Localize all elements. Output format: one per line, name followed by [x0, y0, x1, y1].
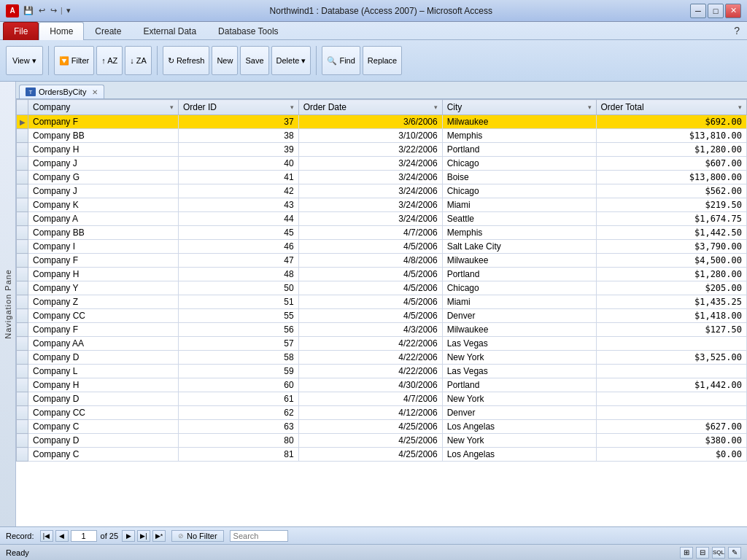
table-row[interactable]: Company CC624/12/2006Denver	[17, 406, 747, 420]
table-row[interactable]: Company Y504/5/2006Chicago$205.00	[17, 281, 747, 295]
close-button[interactable]: ✕	[725, 4, 741, 18]
table-container[interactable]: Company ▾ Order ID ▾ Ord	[16, 99, 747, 526]
view-btn[interactable]: View ▾	[6, 46, 43, 75]
cell-city: New York	[442, 434, 596, 448]
tab-home[interactable]: Home	[39, 22, 84, 40]
table-row[interactable]: Company D614/7/2006New York	[17, 392, 747, 406]
table-row[interactable]: Company Z514/5/2006Miami$1,435.25	[17, 295, 747, 309]
cell-order-id: 41	[178, 171, 298, 184]
datasheet-view-icon[interactable]: ⊞	[680, 547, 693, 559]
navigation-pane-toggle[interactable]: Navigation Pane	[0, 82, 16, 526]
find-btn[interactable]: 🔍 Find	[322, 46, 360, 75]
save-btn[interactable]: Save	[240, 46, 268, 75]
cell-city: New York	[442, 392, 596, 406]
col-header-order-id[interactable]: Order ID ▾	[178, 100, 298, 115]
nav-new-btn[interactable]: ▶*	[152, 530, 166, 542]
undo-btn[interactable]: ↩	[37, 4, 47, 17]
table-row[interactable]: Company F474/8/2006Milwaukee$4,500.00	[17, 254, 747, 268]
cell-order-id: 58	[178, 351, 298, 365]
col-header-company[interactable]: Company ▾	[28, 100, 179, 115]
maximize-button[interactable]: □	[708, 4, 724, 18]
cell-order-total: $1,418.00	[596, 309, 747, 323]
tab-file[interactable]: File	[3, 22, 39, 40]
customize-btn[interactable]: ▾	[65, 4, 72, 17]
design-view-icon[interactable]: ✎	[728, 547, 741, 559]
col-header-order-total[interactable]: Order Total ▾	[596, 100, 747, 115]
cell-order-date: 3/24/2006	[298, 157, 442, 171]
tab-bar: T OrdersByCity ✕	[16, 82, 747, 99]
cell-company: Company F	[28, 115, 179, 129]
table-row[interactable]: Company D584/22/2006New York$3,525.00	[17, 351, 747, 365]
cell-order-total: $1,674.75	[596, 212, 747, 226]
table-row[interactable]: Company BB454/7/2006Memphis$1,442.50	[17, 226, 747, 240]
cell-order-date: 3/24/2006	[298, 171, 442, 184]
table-row[interactable]: Company CC554/5/2006Denver$1,418.00	[17, 309, 747, 323]
table-row[interactable]: Company F564/3/2006Milwaukee$127.50	[17, 323, 747, 337]
table-row[interactable]: Company H604/30/2006Portland$1,442.00	[17, 378, 747, 392]
nav-next-btn[interactable]: ▶	[122, 530, 135, 542]
row-indicator-cell	[17, 406, 28, 420]
table-row[interactable]: Company L594/22/2006Las Vegas	[17, 365, 747, 378]
replace-btn[interactable]: Replace	[363, 46, 402, 75]
sql-icon[interactable]: SQL	[712, 547, 725, 559]
table-row[interactable]: Company J423/24/2006Chicago$562.00	[17, 184, 747, 198]
delete-btn[interactable]: Delete ▾	[271, 46, 311, 75]
pivot-table-icon[interactable]: ⊟	[696, 547, 709, 559]
sort-desc-btn[interactable]: ↓ ZA	[125, 46, 152, 75]
sort-asc-btn[interactable]: ↑ AZ	[96, 46, 123, 75]
cell-city: Seattle	[442, 212, 596, 226]
cell-order-date: 4/7/2006	[298, 226, 442, 240]
table-row[interactable]: Company K433/24/2006Miami$219.50	[17, 198, 747, 212]
row-indicator-cell	[17, 129, 28, 143]
tab-external-data[interactable]: External Data	[132, 22, 207, 40]
table-row[interactable]: Company H393/22/2006Portland$1,280.00	[17, 143, 747, 157]
nav-first-btn[interactable]: |◀	[40, 530, 53, 542]
redo-btn[interactable]: ↪	[49, 4, 58, 17]
table-row[interactable]: Company C634/25/2006Los Angelas$627.00	[17, 420, 747, 434]
table-row[interactable]: Company C814/25/2006Los Angelas$0.00	[17, 448, 747, 462]
table-row[interactable]: Company AA574/22/2006Las Vegas	[17, 337, 747, 351]
cell-city: Portland	[442, 378, 596, 392]
record-number-input[interactable]	[71, 530, 97, 542]
tab-create[interactable]: Create	[84, 22, 132, 40]
titlebar: A 💾 ↩ ↪ | ▾ Northwind1 : Database (Acces…	[0, 0, 747, 22]
cell-order-date: 4/30/2006	[298, 378, 442, 392]
cell-order-id: 42	[178, 184, 298, 198]
cell-order-date: 4/5/2006	[298, 309, 442, 323]
cell-company: Company J	[28, 157, 179, 171]
new-btn[interactable]: New	[212, 46, 238, 75]
filter-btn[interactable]: 🔽 Filter	[54, 46, 95, 75]
table-row[interactable]: Company BB383/10/2006Memphis$13,810.00	[17, 129, 747, 143]
cell-order-date: 4/8/2006	[298, 254, 442, 268]
nav-last-btn[interactable]: ▶|	[137, 530, 150, 542]
ribbon-help-btn[interactable]: ?	[732, 23, 741, 38]
table-row[interactable]: Company J403/24/2006Chicago$607.00	[17, 157, 747, 171]
tab-close-icon[interactable]: ✕	[92, 88, 98, 96]
save-quick-btn[interactable]: 💾	[22, 4, 35, 17]
minimize-button[interactable]: ─	[690, 4, 706, 18]
tab-database-tools[interactable]: Database Tools	[207, 22, 290, 40]
orders-by-city-tab[interactable]: T OrdersByCity ✕	[19, 85, 104, 98]
col-header-order-date[interactable]: Order Date ▾	[298, 100, 442, 115]
table-row[interactable]: Company I464/5/2006Salt Lake City$3,790.…	[17, 240, 747, 254]
cell-order-total: $4,500.00	[596, 254, 747, 268]
table-row[interactable]: Company A443/24/2006Seattle$1,674.75	[17, 212, 747, 226]
row-indicator-header	[17, 100, 28, 115]
no-filter-button[interactable]: ⊘ No Filter	[171, 530, 224, 542]
cell-order-total: $0.00	[596, 448, 747, 462]
nav-prev-btn[interactable]: ◀	[55, 530, 69, 542]
table-row[interactable]: Company D804/25/2006New York$380.00	[17, 434, 747, 448]
table-row[interactable]: Company G413/24/2006Boise$13,800.00	[17, 171, 747, 184]
refresh-btn[interactable]: ↻ Refresh	[163, 46, 210, 75]
order-id-sort-arrow: ▾	[290, 104, 294, 111]
cell-company: Company D	[28, 392, 179, 406]
cell-order-id: 39	[178, 143, 298, 157]
cell-order-date: 3/24/2006	[298, 212, 442, 226]
cell-city: Las Vegas	[442, 365, 596, 378]
table-row[interactable]: ▶Company F373/6/2006Milwaukee$692.00	[17, 115, 747, 129]
search-input[interactable]	[230, 530, 288, 542]
cell-company: Company BB	[28, 129, 179, 143]
table-row[interactable]: Company H484/5/2006Portland$1,280.00	[17, 268, 747, 281]
cell-order-id: 43	[178, 198, 298, 212]
col-header-city[interactable]: City ▾	[442, 100, 596, 115]
